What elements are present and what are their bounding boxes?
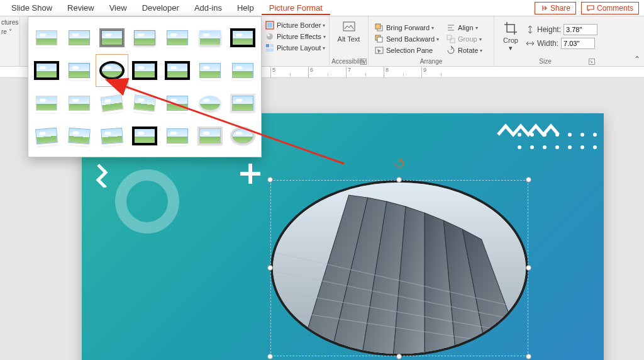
- style-moderate-frame-black[interactable]: [162, 55, 193, 86]
- style-rounded-diagonal-white[interactable]: [227, 55, 258, 86]
- style-reflected-bevel-white[interactable]: [162, 120, 193, 152]
- style-reflected-perspective-right[interactable]: [64, 120, 95, 152]
- alt-text-icon: [342, 20, 356, 34]
- svg-rect-7: [343, 22, 355, 31]
- ribbon-group-accessibility: Alt Text Accessibility ↘: [330, 16, 369, 66]
- picture-styles-gallery[interactable]: [28, 16, 262, 157]
- style-reflected-rounded[interactable]: [162, 22, 193, 53]
- size-launcher[interactable]: ↘: [589, 59, 595, 65]
- menu-review[interactable]: Review: [60, 1, 102, 15]
- svg-point-28: [593, 145, 597, 149]
- style-reflected-bevel-black[interactable]: [129, 120, 160, 152]
- style-bevel-perspective-left[interactable]: [96, 120, 128, 152]
- svg-point-24: [543, 145, 547, 149]
- picture-layout-button[interactable]: Picture Layout▾: [263, 43, 325, 53]
- resize-handle-mr[interactable]: [526, 265, 531, 271]
- menu-help[interactable]: Help: [230, 1, 262, 15]
- align-icon: [447, 23, 455, 32]
- align-button[interactable]: Align▾: [444, 23, 485, 33]
- group-button[interactable]: Group▾: [444, 34, 485, 44]
- svg-point-20: [580, 133, 584, 137]
- selection-pane-icon: [375, 46, 384, 55]
- comments-icon: [587, 4, 594, 12]
- resize-handle-tl[interactable]: [267, 177, 273, 183]
- share-button[interactable]: Share: [535, 2, 576, 14]
- style-drop-shadow-rectangle[interactable]: [129, 22, 160, 53]
- style-metal-frame[interactable]: [96, 22, 128, 53]
- accessibility-launcher[interactable]: ↘: [360, 59, 367, 65]
- ruler-tick: 9: [421, 67, 459, 77]
- svg-point-17: [543, 133, 547, 137]
- style-soft-edge-rectangle[interactable]: [194, 22, 226, 53]
- svg-rect-1: [267, 23, 272, 28]
- resize-handle-bm[interactable]: [396, 354, 402, 359]
- send-backward-button[interactable]: Send Backward▾: [372, 34, 441, 44]
- style-snip-diagonal-white[interactable]: [31, 87, 62, 119]
- selection-outline: [270, 180, 528, 356]
- style-relaxed-perspective-white[interactable]: [162, 87, 193, 119]
- width-icon: [526, 39, 535, 48]
- style-soft-edge-oval[interactable]: [194, 87, 226, 119]
- picture-effects-icon: [265, 32, 274, 41]
- svg-point-23: [530, 145, 534, 149]
- send-backward-icon: [375, 35, 384, 43]
- style-thick-matte-black[interactable]: [31, 55, 62, 86]
- resize-handle-br[interactable]: [526, 354, 531, 359]
- svg-point-19: [568, 133, 572, 137]
- style-metal-oval[interactable]: [227, 120, 258, 152]
- resize-handle-ml[interactable]: [267, 265, 273, 271]
- style-metal-rounded[interactable]: [194, 120, 226, 152]
- height-input[interactable]: [564, 24, 597, 35]
- selection-pane-button[interactable]: Selection Pane: [372, 45, 441, 55]
- svg-rect-5: [270, 44, 274, 47]
- menu-developer[interactable]: Developer: [135, 1, 187, 15]
- bring-forward-button[interactable]: Bring Forward▾: [372, 23, 441, 33]
- resize-handle-tr[interactable]: [526, 177, 531, 183]
- svg-point-27: [580, 145, 584, 149]
- rotate-icon: [447, 46, 455, 55]
- ring-decor: [109, 164, 185, 239]
- picture-layout-icon: [265, 43, 274, 52]
- svg-rect-14: [450, 38, 455, 43]
- menu-slide-show[interactable]: Slide Show: [4, 1, 60, 15]
- crop-icon: [504, 21, 518, 35]
- svg-point-22: [518, 145, 521, 149]
- ribbon-group-size: Crop ▾ Height: Width: Size ↘: [494, 16, 596, 66]
- svg-point-2: [267, 33, 273, 40]
- style-beveled-oval-black[interactable]: [96, 55, 128, 86]
- resize-handle-bl[interactable]: [267, 354, 273, 359]
- style-double-frame-black[interactable]: [227, 22, 258, 53]
- ribbon-group-arrange: Bring Forward▾ Send Backward▾ Selection …: [369, 16, 494, 66]
- crop-button[interactable]: Crop ▾: [498, 19, 523, 61]
- style-center-shadow-rectangle[interactable]: [194, 55, 226, 86]
- resize-handle-tm[interactable]: [396, 177, 402, 183]
- menu-picture-format[interactable]: Picture Format: [262, 1, 330, 15]
- picture-border-button[interactable]: Picture Border▾: [263, 20, 325, 30]
- rotate-button[interactable]: Rotate▾: [444, 45, 485, 55]
- style-moderate-frame-white[interactable]: [64, 87, 95, 119]
- style-bevel-perspective[interactable]: [31, 120, 62, 152]
- style-simple-frame-white[interactable]: [31, 22, 62, 53]
- rotate-handle-icon[interactable]: [394, 159, 404, 169]
- style-compound-frame-black[interactable]: [129, 55, 160, 86]
- group-label-size: Size: [494, 58, 596, 65]
- menu-add-ins[interactable]: Add-ins: [187, 1, 230, 15]
- selected-picture[interactable]: [270, 180, 528, 356]
- menu-view[interactable]: View: [102, 1, 135, 15]
- alt-text-button[interactable]: Alt Text: [333, 18, 364, 52]
- width-input[interactable]: [561, 38, 595, 49]
- style-rotated-white[interactable]: [96, 87, 128, 119]
- svg-rect-11: [377, 37, 382, 42]
- svg-point-16: [530, 133, 534, 137]
- svg-point-26: [568, 145, 572, 149]
- width-label: Width:: [537, 39, 558, 48]
- picture-effects-button[interactable]: Picture Effects▾: [263, 31, 325, 42]
- svg-rect-4: [266, 44, 269, 47]
- collapse-ribbon-button[interactable]: ⌃: [634, 55, 640, 64]
- style-perspective-shadow-white[interactable]: [129, 87, 160, 119]
- style-simple-frame-black[interactable]: [64, 55, 95, 86]
- comments-button[interactable]: Comments: [581, 2, 639, 14]
- ribbon-stub-line2[interactable]: re ˅: [1, 28, 18, 35]
- style-bevel-rectangle[interactable]: [227, 87, 258, 119]
- style-beveled-matte-white[interactable]: [64, 22, 95, 53]
